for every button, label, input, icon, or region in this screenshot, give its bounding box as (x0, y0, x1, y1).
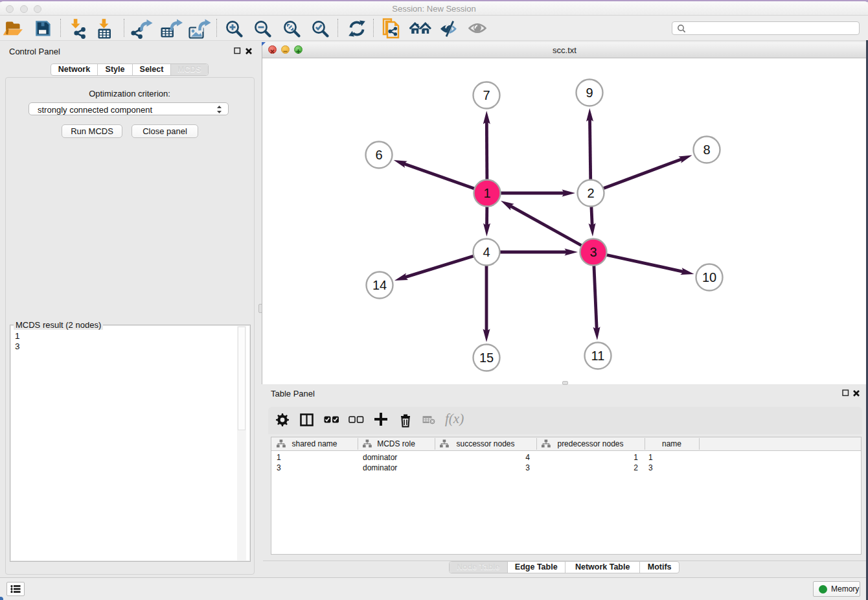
svg-text:11: 11 (591, 349, 605, 363)
svg-text:7: 7 (483, 88, 490, 102)
svg-text:4: 4 (483, 245, 490, 259)
svg-text:10: 10 (702, 270, 716, 284)
svg-text:1: 1 (483, 186, 490, 200)
svg-text:3: 3 (589, 245, 597, 259)
svg-text:8: 8 (703, 143, 710, 157)
svg-text:14: 14 (372, 278, 387, 292)
svg-text:6: 6 (375, 148, 382, 162)
svg-text:9: 9 (586, 86, 593, 100)
svg-text:15: 15 (479, 351, 494, 365)
svg-text:2: 2 (587, 186, 594, 200)
